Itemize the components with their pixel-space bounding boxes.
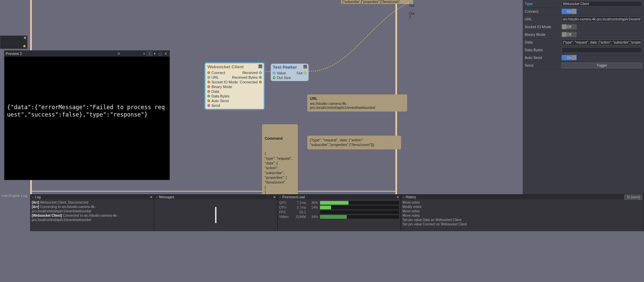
preview-content: {"data":{"errorMessage":"Failed to proce…: [4, 57, 170, 121]
send-trigger-button[interactable]: Trigger: [562, 63, 642, 68]
history-item[interactable]: Modify notes: [402, 205, 642, 209]
collapse-icon[interactable]: »: [402, 195, 404, 199]
prop-label-bytes: Data Bytes: [525, 48, 562, 52]
port-dot-data-icon[interactable]: [207, 90, 210, 93]
port-dot-socketio-icon[interactable]: [207, 81, 210, 83]
preview-number[interactable]: 3: [147, 52, 152, 56]
log-panel[interactable]: »Log✕ [Arr] Websocket Client: Disconnect…: [30, 194, 154, 231]
log-tag: [Arr]: [32, 205, 39, 209]
history-panel[interactable]: »History✕ To [save] Move notesModify not…: [401, 194, 644, 231]
port-dot-received-icon[interactable]: [259, 71, 262, 74]
prop-row-connect: Connect On: [523, 8, 644, 15]
perf-row: GPU7.1ms36%: [279, 200, 399, 205]
close-icon[interactable]: ✕: [23, 36, 26, 40]
prop-label-send: Send: [525, 63, 562, 67]
port-dot-connected-icon[interactable]: [259, 81, 262, 83]
prop-row-binary: Binary Mode Off: [523, 31, 644, 39]
history-item[interactable]: Move notes: [402, 200, 642, 205]
prop-label-url: URL: [525, 17, 562, 21]
messages-panel[interactable]: »Messages✕: [154, 194, 277, 231]
processor-load-panel[interactable]: »ProcessorLoad✕ GPU7.1ms36%CPU2.7ms14%FP…: [277, 194, 401, 231]
port-send: Send: [211, 103, 220, 108]
close-icon[interactable]: ✕: [150, 195, 152, 199]
log-body: [Arr] Websocket Client: Disconnected [Ar…: [30, 199, 154, 231]
close-icon[interactable]: ✕: [273, 195, 276, 199]
prop-url-input[interactable]: [562, 16, 642, 22]
port-url: URL: [211, 75, 219, 79]
port-socketio: Socket IO Mode: [211, 80, 238, 84]
port-label-out2: Out 2: [409, 12, 414, 19]
menu-icon[interactable]: [258, 64, 262, 68]
port-dot-connect-icon[interactable]: [207, 71, 210, 74]
socketio-toggle[interactable]: Off: [562, 24, 577, 29]
binary-toggle[interactable]: Off: [562, 32, 577, 37]
close-icon[interactable]: ✕: [396, 195, 399, 199]
comment-url[interactable]: URL ws://studio-camera-4k-pro.local/cont…: [307, 94, 407, 112]
preview-panel[interactable]: Preview 2 ✕ ≡ 3 ▾ ▢ ✕ {"data":{"errorMes…: [4, 50, 170, 180]
prop-label-connect: Connect: [525, 9, 562, 13]
port-dot-value-icon[interactable]: [273, 72, 275, 74]
prop-row-send: Send Trigger: [523, 62, 644, 69]
prop-label-type: Type: [525, 2, 562, 6]
port-received-bytes: Received Bytes: [232, 75, 258, 79]
cursor-icon: [215, 207, 216, 223]
prop-data-input[interactable]: [562, 40, 642, 45]
comment-subscribe-strip[interactable]: ["subscribe",{"properties":["/lens/zoom": [341, 0, 413, 4]
port-value: Value: [277, 71, 286, 75]
engine-log-tab[interactable]: real Engine Log ⟋: [0, 193, 34, 198]
bottom-panels: »Log✕ [Arr] Websocket Client: Disconnect…: [30, 194, 644, 231]
prop-row-data: Data: [523, 39, 644, 46]
history-body: Move notesModify notesMove notesMove not…: [401, 199, 644, 231]
prop-label-binary: Binary Mode: [525, 32, 562, 37]
port-dot-autosend-icon[interactable]: [207, 99, 210, 102]
history-item[interactable]: Set pin value Connect on Websocket Clien…: [402, 222, 642, 226]
floating-small-panel[interactable]: ✕ ★: [0, 36, 27, 49]
chevron-down-icon[interactable]: ▾: [152, 52, 157, 56]
menu-icon[interactable]: ≡: [141, 52, 147, 56]
to-save-button[interactable]: To [save]: [624, 195, 642, 200]
prop-row-type: Type: [523, 0, 644, 8]
wire-tp-out-to-topport: [309, 2, 413, 72]
preview-titlebar[interactable]: Preview 2 ✕ ≡ 3 ▾ ▢ ✕: [4, 51, 170, 57]
node-title: Text Peeker: [271, 64, 309, 71]
node-websocket-client[interactable]: Websocket Client ConnectReceived URLRece…: [204, 62, 265, 110]
comment-data[interactable]: {"type": "request", data: {"action": "su…: [307, 136, 401, 149]
history-item[interactable]: Move notes: [402, 209, 642, 213]
perf-row: VMem3194M34%: [279, 214, 399, 219]
port-dot-out-icon[interactable]: [304, 72, 307, 74]
collapse-icon[interactable]: »: [279, 195, 281, 199]
collapse-icon[interactable]: »: [32, 195, 34, 199]
autosend-toggle[interactable]: On: [562, 55, 577, 60]
prop-row-autosend: Auto Send On: [523, 54, 644, 62]
node-text-peeker[interactable]: Text Peeker ValueOut Out Size: [271, 64, 309, 81]
port-connected: Connected: [240, 80, 258, 84]
history-item[interactable]: Move notes: [402, 213, 642, 218]
port-binary: Binary Mode: [211, 85, 232, 89]
port-dot-outsize-icon[interactable]: [273, 76, 275, 79]
port-dot-send-icon[interactable]: [207, 104, 210, 107]
port-dot-recbytes-icon[interactable]: [259, 76, 262, 79]
close-icon[interactable]: ✕: [163, 52, 168, 56]
port-dot-databytes-icon[interactable]: [207, 95, 210, 97]
prop-row-socketio: Socket IO Mode Off: [523, 23, 644, 31]
history-item[interactable]: Set pin value Data on Websocket Client: [402, 218, 642, 222]
prop-type-input[interactable]: [562, 1, 642, 7]
log-tag: [Websocket Client]: [32, 214, 62, 217]
properties-panel: Type Connect On URL Socket IO Mode Off B…: [523, 0, 644, 194]
comment-url-body: ws://studio-camera-4k-pro.local/control/…: [310, 101, 404, 110]
messages-body: [154, 199, 277, 231]
port-dot-url-icon[interactable]: [207, 76, 210, 79]
prop-label-data: Data: [525, 40, 562, 44]
star-icon[interactable]: ★: [22, 44, 26, 49]
log-title: Log: [35, 195, 148, 199]
perf-row: CPU2.7ms14%: [279, 205, 399, 210]
collapse-icon[interactable]: »: [156, 195, 158, 199]
connect-toggle[interactable]: On: [562, 9, 577, 14]
close-tab-icon[interactable]: ✕: [116, 52, 121, 56]
proc-title: ProcessorLoad: [282, 195, 395, 199]
port-out: Out: [297, 71, 303, 75]
port-dot-binary-icon[interactable]: [207, 85, 210, 88]
maximize-icon[interactable]: ▢: [157, 52, 163, 56]
prop-bytes-input[interactable]: [562, 47, 642, 53]
menu-icon[interactable]: [303, 65, 307, 69]
